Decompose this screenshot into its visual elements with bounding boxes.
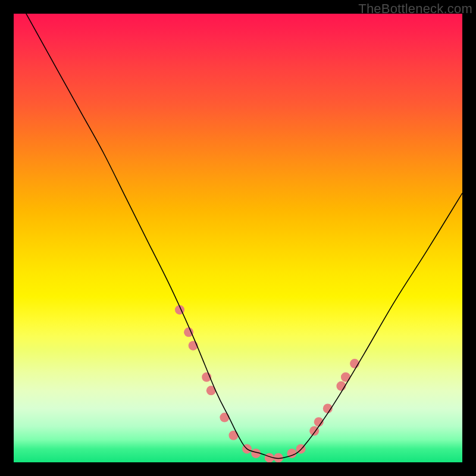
highlight-dot — [341, 372, 350, 382]
highlight-dot — [184, 327, 193, 337]
marker-layer — [175, 305, 359, 462]
bottleneck-curve — [14, 14, 462, 458]
highlight-dot — [228, 431, 238, 440]
plot-area — [14, 14, 462, 462]
watermark-text: TheBottleneck.com — [358, 1, 472, 17]
chart-svg — [14, 14, 462, 462]
highlight-dot — [220, 413, 229, 422]
